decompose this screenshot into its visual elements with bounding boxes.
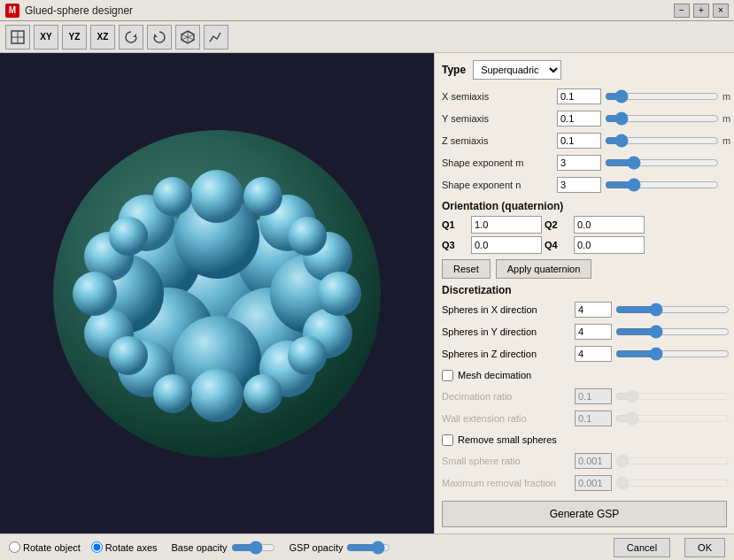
spheres-y-slider[interactable] <box>615 326 730 338</box>
maximize-button[interactable]: + <box>693 4 709 18</box>
y-semiaxis-input[interactable] <box>557 111 601 127</box>
small-sphere-ratio-input[interactable] <box>575 453 612 469</box>
cancel-button[interactable]: Cancel <box>614 538 670 557</box>
app-icon: M <box>5 4 19 18</box>
title-bar: M Glued-sphere designer − + × <box>0 0 734 21</box>
3d-viewport[interactable] <box>0 53 434 533</box>
footer: Rotate object Rotate axes Base opacity G… <box>0 533 734 560</box>
base-opacity-label: Base opacity <box>172 542 228 553</box>
right-panel: Type Superquadric Sphere Ellipsoid X sem… <box>434 53 734 533</box>
decimation-ratio-slider[interactable] <box>615 390 730 403</box>
minimize-button[interactable]: − <box>674 4 690 18</box>
q1-key: Q1 <box>442 219 468 230</box>
q2-input[interactable] <box>574 216 645 234</box>
rotation-mode-group: Rotate object Rotate axes <box>9 541 158 553</box>
small-sphere-ratio-slider[interactable] <box>615 455 730 467</box>
z-semiaxis-slider[interactable] <box>605 134 719 147</box>
view-xy-button[interactable]: XY <box>34 25 58 50</box>
gsp-opacity-section: GSP opacity <box>290 542 391 553</box>
rotate-object-label: Rotate object <box>23 542 81 553</box>
spheres-z-slider[interactable] <box>615 348 730 360</box>
rotate-axes-option[interactable]: Rotate axes <box>91 541 158 553</box>
view-yz-button[interactable]: YZ <box>62 25 87 50</box>
z-semiaxis-input[interactable] <box>557 133 601 149</box>
mesh-decimation-checkbox[interactable] <box>442 370 453 381</box>
view-2d-button[interactable] <box>5 25 30 50</box>
rotate-cw-button[interactable] <box>119 25 143 50</box>
close-button[interactable]: × <box>713 4 729 18</box>
shape-exp-m-label: Shape exponent m <box>442 157 557 168</box>
y-semiaxis-slider[interactable] <box>605 112 719 125</box>
base-opacity-section: Base opacity <box>172 542 275 553</box>
rotate-axes-radio[interactable] <box>91 541 103 553</box>
q1-input[interactable] <box>471 216 542 234</box>
shape-exp-m-slider[interactable] <box>605 157 719 169</box>
rotate-object-option[interactable]: Rotate object <box>9 541 81 553</box>
q4-key: Q4 <box>545 240 571 250</box>
x-semiaxis-label: X semiaxis <box>442 91 557 102</box>
svg-point-24 <box>190 369 243 422</box>
svg-point-36 <box>288 336 327 375</box>
x-semiaxis-unit: m <box>722 91 730 102</box>
svg-point-33 <box>109 217 148 256</box>
max-removal-fraction-input[interactable] <box>575 475 612 491</box>
max-removal-fraction-slider[interactable] <box>615 477 730 489</box>
gsp-opacity-slider[interactable] <box>346 542 390 553</box>
x-semiaxis-slider[interactable] <box>605 90 719 103</box>
wall-ext-ratio-slider[interactable] <box>615 412 730 425</box>
ok-button[interactable]: OK <box>684 538 725 557</box>
cube-view-button[interactable] <box>175 25 200 50</box>
x-semiaxis-input[interactable] <box>557 88 601 104</box>
type-label: Type <box>442 64 466 76</box>
view-xz-button[interactable]: XZ <box>90 25 115 50</box>
svg-point-35 <box>109 336 148 375</box>
svg-point-31 <box>153 177 192 216</box>
q2-key: Q2 <box>545 219 571 230</box>
window-title: Glued-sphere designer <box>25 4 133 17</box>
rotate-object-radio[interactable] <box>9 541 20 553</box>
mesh-decimation-label[interactable]: Mesh decimation <box>458 370 531 380</box>
spheres-y-label: Spheres in Y direction <box>442 326 575 337</box>
remove-small-spheres-label[interactable]: Remove small spheres <box>458 434 557 445</box>
reset-button[interactable]: Reset <box>442 259 491 279</box>
orientation-grid: Q1 Q2 Q3 Q4 <box>442 216 727 254</box>
apply-quaternion-button[interactable]: Apply quaternion <box>496 259 592 279</box>
rotate-axes-label: Rotate axes <box>105 542 158 553</box>
gsp-opacity-label: GSP opacity <box>290 542 344 553</box>
q3-key: Q3 <box>442 240 468 250</box>
generate-gsp-button[interactable]: Generate GSP <box>442 501 727 527</box>
wall-ext-ratio-label: Wall extension ratio <box>442 413 575 424</box>
remove-small-spheres-checkbox[interactable] <box>442 434 453 446</box>
shape-exp-n-label: Shape exponent n <box>442 180 557 190</box>
spheres-x-input[interactable] <box>575 302 612 318</box>
small-sphere-ratio-label: Small sphere ratio <box>442 456 575 466</box>
spheres-z-label: Spheres in Z direction <box>442 349 575 359</box>
graph-button[interactable] <box>204 25 228 50</box>
svg-marker-3 <box>133 34 136 37</box>
svg-point-37 <box>153 374 192 413</box>
y-semiaxis-label: Y semiaxis <box>442 113 557 124</box>
svg-point-34 <box>288 217 327 256</box>
spheres-z-input[interactable] <box>575 346 612 362</box>
shape-exp-n-input[interactable] <box>557 177 601 193</box>
svg-point-29 <box>73 272 117 316</box>
svg-point-32 <box>243 177 282 216</box>
svg-marker-4 <box>154 34 158 37</box>
q4-input[interactable] <box>574 236 645 254</box>
spheres-x-label: Spheres in X direction <box>442 304 575 315</box>
shape-exp-m-input[interactable] <box>557 155 601 171</box>
wall-ext-ratio-input[interactable] <box>575 410 612 426</box>
q3-input[interactable] <box>471 236 542 254</box>
svg-point-30 <box>317 272 361 316</box>
spheres-x-slider[interactable] <box>615 303 730 316</box>
rotate-ccw-button[interactable] <box>147 25 172 50</box>
z-semiaxis-unit: m <box>722 135 730 146</box>
shape-exp-n-slider[interactable] <box>605 179 719 191</box>
toolbar: XY YZ XZ <box>0 21 734 53</box>
y-semiaxis-unit: m <box>722 113 730 124</box>
z-semiaxis-label: Z semiaxis <box>442 135 557 146</box>
decimation-ratio-input[interactable] <box>575 388 612 404</box>
spheres-y-input[interactable] <box>575 324 612 340</box>
type-select[interactable]: Superquadric Sphere Ellipsoid <box>473 60 561 80</box>
base-opacity-slider[interactable] <box>231 542 275 553</box>
